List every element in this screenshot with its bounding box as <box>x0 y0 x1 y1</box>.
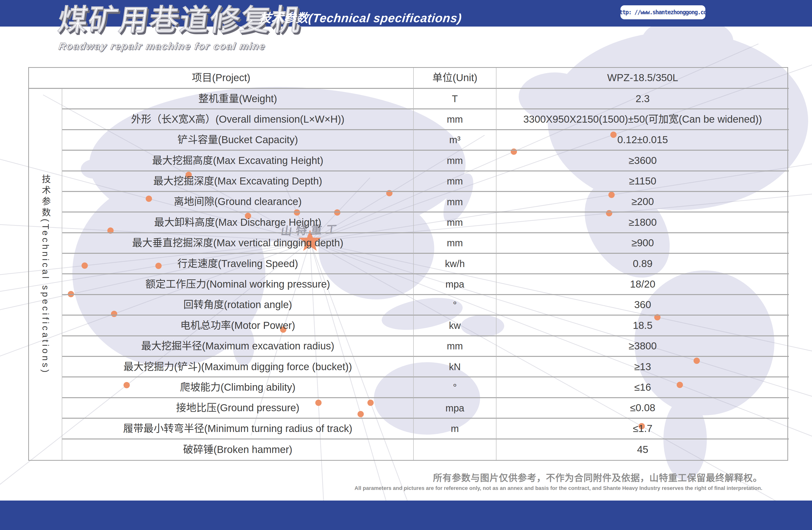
spec-row-value: 3300X950X2150(1500)±50(可加宽(Can be widene… <box>496 109 789 130</box>
spec-row-value: 360 <box>496 295 789 316</box>
spec-row-project: 履带最小转弯半径(Minimum turning radius of track… <box>62 419 414 439</box>
spec-row-project: 最大挖掘高度(Max Excavating Height) <box>62 151 414 171</box>
disclaimer: 所有参数与图片仅供参考，不作为合同附件及依据，山特重工保留最终解释权。 All … <box>354 470 762 491</box>
spec-row-value: 0.89 <box>496 254 789 274</box>
website-link[interactable]: Http: //www.shantezhonggong.com <box>621 5 705 19</box>
spec-row-project: 最大挖掘深度(Max Excavating Depth) <box>62 171 414 192</box>
spec-row-unit: mm <box>414 336 496 357</box>
spec-row-value: 0.12±0.015 <box>496 130 789 151</box>
spec-row-unit: T <box>414 89 496 109</box>
spec-row-value: ≥3800 <box>496 336 789 357</box>
side-label-cell: 技术参数(Technical specifications) <box>29 89 62 460</box>
spec-row-value: ≥200 <box>496 192 789 212</box>
logo-subtitle: Roadway repair machine for coal mine <box>58 41 266 52</box>
spec-row-project: 铲斗容量(Bucket Capacity) <box>62 130 414 151</box>
spec-table: 项目(Project) 单位(Unit) WPZ-18.5/350L 技术参数(… <box>28 67 788 461</box>
spec-row-value: 18/20 <box>496 274 789 295</box>
spec-row-unit: mm <box>414 212 496 233</box>
spec-row-project: 接地比压(Ground pressure) <box>62 398 414 419</box>
disclaimer-english: All parameters and pictures are for refe… <box>354 485 762 491</box>
spec-row-unit: mm <box>414 192 496 212</box>
spec-row-project: 破碎锤(Broken hammer) <box>62 440 414 460</box>
spec-sheet-page: 山特重工 煤矿用巷道修复机 Roadway repair machine for… <box>0 0 812 530</box>
spec-row-value: ≥900 <box>496 233 789 254</box>
spec-row-value: 18.5 <box>496 316 789 336</box>
spec-row-value: ≤16 <box>496 377 789 398</box>
spec-row-unit: kw/h <box>414 254 496 274</box>
spec-row-project: 整机重量(Weight) <box>62 89 414 109</box>
spec-row-unit: mpa <box>414 274 496 295</box>
spec-row-unit: kN <box>414 357 496 377</box>
spec-row-unit: mm <box>414 109 496 130</box>
spec-row-value: 2.3 <box>496 89 789 109</box>
spec-row-project: 爬坡能力(Climbing ability) <box>62 377 414 398</box>
bottom-blue-band <box>0 501 812 530</box>
side-label: 技术参数(Technical specifications) <box>39 174 52 375</box>
spec-row-value: ≤0.08 <box>496 398 789 419</box>
spec-row-value: ≥1800 <box>496 212 789 233</box>
spec-row-value: ≥13 <box>496 357 789 377</box>
spec-row-project: 外形（长X宽X高）(Overall dimension(L×W×H)) <box>62 109 414 130</box>
spec-row-value: ≥1150 <box>496 171 789 192</box>
spec-row-project: 额定工作压力(Nominal working pressure) <box>62 274 414 295</box>
spec-row-unit: m <box>414 419 496 439</box>
spec-row-unit: ° <box>414 295 496 316</box>
column-header-unit: 单位(Unit) <box>414 68 496 89</box>
spec-row-value: ≤1.7 <box>496 419 789 439</box>
spec-row-unit <box>414 440 496 460</box>
column-header-model: WPZ-18.5/350L <box>496 68 789 89</box>
page-title: 技术参数(Technical specifications) <box>258 8 463 26</box>
spec-row-project: 电机总功率(Motor Power) <box>62 316 414 336</box>
column-header-project: 项目(Project) <box>29 68 414 89</box>
spec-row-project: 行走速度(Traveling Speed) <box>62 254 414 274</box>
spec-row-project: 最大垂直挖掘深度(Max vertical dingging depth) <box>62 233 414 254</box>
spec-row-unit: mpa <box>414 398 496 419</box>
spec-row-unit: mm <box>414 233 496 254</box>
spec-row-project: 最大挖掘半径(Maximum excavation radius) <box>62 336 414 357</box>
website-url: Http: //www.shantezhonggong.com <box>617 9 709 16</box>
spec-row-value: 45 <box>496 440 789 460</box>
spec-row-unit: mm <box>414 151 496 171</box>
spec-row-unit: kw <box>414 316 496 336</box>
spec-row-project: 离地间隙(Ground clearance) <box>62 192 414 212</box>
spec-row-project: 最大挖掘力(铲斗)(Maximum digging force (bucket)… <box>62 357 414 377</box>
spec-row-project: 回转角度(rotation angle) <box>62 295 414 316</box>
spec-row-value: ≥3600 <box>496 151 789 171</box>
spec-row-unit: ° <box>414 377 496 398</box>
disclaimer-chinese: 所有参数与图片仅供参考，不作为合同附件及依据，山特重工保留最终解释权。 <box>354 470 762 484</box>
spec-row-project: 最大卸料高度(Max Discharge Height) <box>62 212 414 233</box>
spec-row-unit: m³ <box>414 130 496 151</box>
spec-row-unit: mm <box>414 171 496 192</box>
